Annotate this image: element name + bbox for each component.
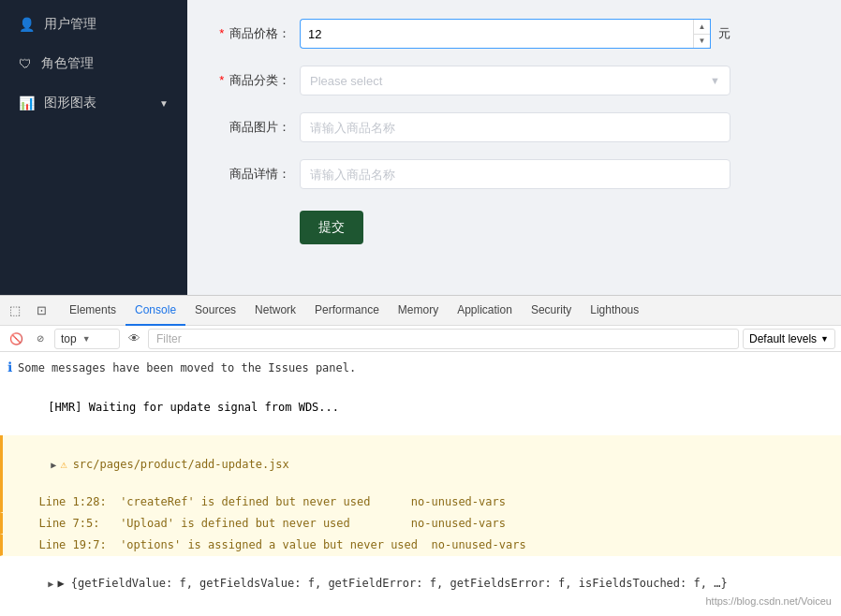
- console-output: ℹ Some messages have been moved to the I…: [0, 352, 841, 616]
- tab-console[interactable]: Console: [125, 296, 185, 326]
- sidebar-item-user-mgmt[interactable]: 👤 用户管理: [0, 5, 187, 44]
- price-label: * 商品价格：: [215, 25, 300, 42]
- tab-security[interactable]: Security: [522, 296, 581, 326]
- image-row: 商品图片：: [215, 112, 813, 142]
- category-label: * 商品分类：: [215, 72, 300, 89]
- tab-elements[interactable]: Elements: [60, 296, 125, 326]
- filter-input[interactable]: [148, 329, 739, 349]
- price-increment-button[interactable]: ▲: [693, 20, 710, 35]
- sidebar-item-role-mgmt[interactable]: 🛡 角色管理: [0, 44, 187, 83]
- chart-icon: 📊: [19, 95, 35, 110]
- expand-icon[interactable]: ▶: [48, 579, 53, 589]
- required-mark: *: [219, 73, 224, 87]
- price-suffix: 元: [718, 25, 730, 42]
- console-line: ℹ Some messages have been moved to the I…: [0, 356, 841, 380]
- console-warn-detail-3: Line 19:7: 'options' is assigned a value…: [0, 535, 841, 556]
- devtools-tabs: ⬚ ⊡ Elements Console Sources Network Per…: [0, 296, 841, 326]
- expand-icon[interactable]: ▶: [51, 460, 56, 470]
- sidebar-item-label: 角色管理: [41, 55, 94, 72]
- detail-label: 商品详情：: [215, 166, 300, 183]
- devtools-tab-icons: ⬚ ⊡: [4, 300, 52, 322]
- device-toggle-button[interactable]: ⊡: [30, 300, 52, 322]
- console-num-line: 1: [0, 611, 841, 616]
- preserve-log-button[interactable]: ⊘: [30, 329, 51, 349]
- tab-network[interactable]: Network: [245, 296, 305, 326]
- price-input[interactable]: [300, 19, 693, 49]
- image-label: 商品图片：: [215, 119, 300, 136]
- sidebar-item-label: 图形图表: [44, 95, 96, 111]
- submit-button[interactable]: 提交: [300, 211, 363, 244]
- category-row: * 商品分类： Please select ▼: [215, 66, 813, 95]
- price-spinners: ▲ ▼: [693, 19, 711, 49]
- image-input[interactable]: [300, 112, 730, 142]
- console-warn-detail-1: Line 1:28: 'createRef' is defined but ne…: [0, 491, 841, 513]
- tab-performance[interactable]: Performance: [305, 296, 389, 326]
- main-content: * 商品价格： ▲ ▼ 元 * 商品分类：: [187, 0, 841, 295]
- watermark: https://blog.csdn.net/Voiceu: [705, 595, 832, 607]
- chevron-down-icon: ▼: [820, 334, 829, 344]
- sidebar: 👤 用户管理 🛡 角色管理 📊 图形图表 ▼: [0, 0, 187, 295]
- tab-memory[interactable]: Memory: [389, 296, 448, 326]
- price-decrement-button[interactable]: ▼: [693, 35, 710, 49]
- clear-console-button[interactable]: 🚫: [6, 329, 26, 349]
- category-control: Please select ▼: [300, 66, 730, 95]
- console-line: [HMR] Waiting for update signal from WDS…: [0, 380, 841, 435]
- detail-control: [300, 159, 730, 189]
- chevron-down-icon: ▼: [82, 334, 91, 344]
- info-icon: ℹ: [7, 358, 12, 377]
- console-warn-line: ▶⚠src/pages/product/add-update.jsx: [0, 435, 841, 491]
- sidebar-item-label: 用户管理: [44, 16, 96, 33]
- price-input-group: ▲ ▼ 元: [300, 19, 730, 49]
- chevron-down-icon: ▼: [710, 75, 720, 86]
- detail-input[interactable]: [300, 159, 730, 189]
- tab-sources[interactable]: Sources: [185, 296, 245, 326]
- submit-row: 提交: [215, 206, 813, 244]
- category-select[interactable]: Please select ▼: [300, 66, 730, 95]
- required-mark: *: [219, 26, 224, 40]
- console-toolbar: 🚫 ⊘ top ▼ 👁 Default levels ▼: [0, 326, 841, 352]
- price-row: * 商品价格： ▲ ▼ 元: [215, 19, 813, 49]
- inspect-element-button[interactable]: ⬚: [4, 300, 26, 322]
- warning-icon: ⚠: [60, 458, 66, 471]
- category-placeholder: Please select: [310, 74, 382, 88]
- price-control: ▲ ▼ 元: [300, 19, 730, 49]
- shield-icon: 🛡: [19, 56, 32, 71]
- image-control: [300, 112, 730, 142]
- devtools-panel: ⬚ ⊡ Elements Console Sources Network Per…: [0, 295, 841, 616]
- eye-button[interactable]: 👁: [124, 329, 144, 349]
- sidebar-item-chart[interactable]: 📊 图形图表 ▼: [0, 83, 187, 123]
- console-warn-detail-2: Line 7:5: 'Upload' is defined but never …: [0, 513, 841, 535]
- chevron-down-icon: ▼: [159, 98, 169, 109]
- context-selector[interactable]: top ▼: [54, 329, 120, 349]
- detail-row: 商品详情：: [215, 159, 813, 189]
- user-icon: 👤: [19, 17, 35, 32]
- log-levels-selector[interactable]: Default levels ▼: [743, 329, 835, 349]
- tab-lighthouse[interactable]: Lighthous: [581, 296, 648, 326]
- tab-application[interactable]: Application: [448, 296, 522, 326]
